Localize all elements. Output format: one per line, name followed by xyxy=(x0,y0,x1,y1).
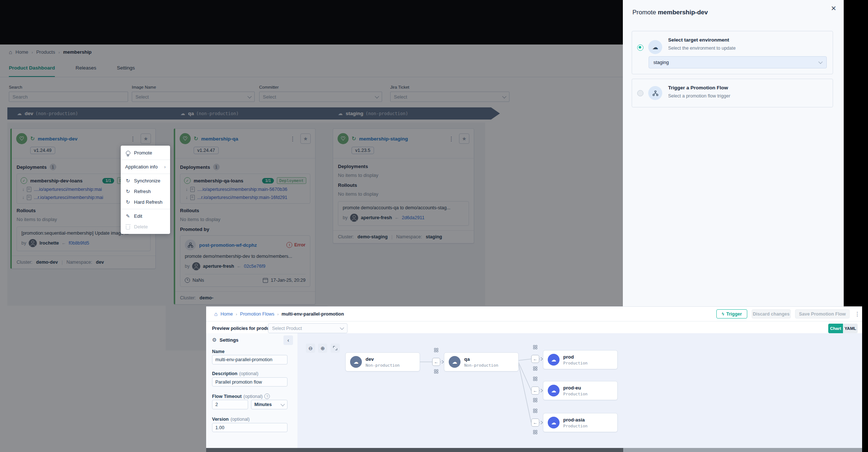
target-environment-select[interactable]: staging xyxy=(649,56,827,68)
menu-item-promote[interactable]: Promote xyxy=(121,147,170,158)
edge-policy-button-dev-qa[interactable] xyxy=(432,358,440,366)
trigger-label: Trigger xyxy=(726,312,742,317)
collapse-settings-button[interactable]: ‹ xyxy=(283,335,293,345)
pre-workflow-gate-icon[interactable] xyxy=(533,376,538,381)
select-product-placeholder: Select Product xyxy=(272,326,302,331)
toggle-chart[interactable]: Chart xyxy=(828,324,843,333)
app-context-menu: Promote Application info › Synchronize R… xyxy=(121,146,170,234)
option-subtitle: Select the environment to update xyxy=(668,46,735,51)
timeout-value-input[interactable] xyxy=(212,400,248,409)
radio-selected[interactable] xyxy=(637,45,643,51)
breadcrumb-home[interactable]: Home xyxy=(220,312,233,317)
version-input[interactable] xyxy=(212,423,287,432)
node-type: Production xyxy=(563,392,588,396)
version-label: Version (optional) xyxy=(212,417,250,422)
edge-policy-button-qa-prod-eu[interactable] xyxy=(531,387,539,395)
option-subtitle: Select a promotion flow trigger xyxy=(668,93,730,99)
menu-label: Application info xyxy=(125,164,158,170)
help-icon[interactable] xyxy=(264,394,270,399)
description-label: Description (optional) xyxy=(212,371,258,376)
menu-divider xyxy=(121,174,170,174)
save-promotion-flow-button[interactable]: Save Promotion Flow xyxy=(795,309,850,318)
toggle-yaml[interactable]: YAML xyxy=(843,324,858,333)
flow-settings-panel: Settings ‹ Name Description (optional) F… xyxy=(206,333,298,448)
post-workflow-gate-icon[interactable] xyxy=(533,430,538,435)
close-icon[interactable] xyxy=(831,5,836,12)
home-icon xyxy=(214,311,218,317)
edge-policy-button-qa-prod[interactable] xyxy=(531,355,539,363)
flow-breadcrumb: Home › Promotion Flows › multi-env-paral… xyxy=(214,307,344,321)
menu-label: Hard Refresh xyxy=(134,199,162,205)
pre-workflow-gate-icon[interactable] xyxy=(533,408,538,413)
synchronize-icon xyxy=(125,178,131,184)
timeout-unit-value: Minutes xyxy=(254,402,272,407)
flow-node-prod-eu[interactable]: prod-eu Production xyxy=(543,381,618,400)
menu-item-refresh[interactable]: Refresh xyxy=(121,186,170,197)
menu-item-application-info[interactable]: Application info › xyxy=(121,161,170,172)
flow-node-dev[interactable]: dev Non-production xyxy=(345,352,420,371)
chevron-down-icon xyxy=(818,60,822,64)
settings-title: Settings xyxy=(220,337,239,343)
option-title: Select target environment xyxy=(668,37,735,43)
submenu-chevron-icon: › xyxy=(164,164,166,170)
radio-unselected[interactable] xyxy=(637,90,643,96)
screen: Home › Products › membership Product Das… xyxy=(0,0,868,452)
menu-label: Promote xyxy=(134,150,152,156)
menu-item-delete: Delete xyxy=(121,221,170,232)
node-name: prod xyxy=(563,354,588,360)
promote-panel-title: Promote membership-dev xyxy=(632,9,708,16)
title-action: Promote xyxy=(632,9,656,16)
chevron-right-icon: › xyxy=(277,312,279,316)
node-type: Production xyxy=(563,361,588,366)
pre-workflow-gate-icon[interactable] xyxy=(533,345,538,350)
lightning-icon xyxy=(722,312,724,317)
breadcrumb-promotion-flows[interactable]: Promotion Flows xyxy=(240,312,274,317)
menu-divider xyxy=(121,209,170,209)
refresh-icon xyxy=(125,189,131,194)
menu-divider xyxy=(121,160,170,160)
flow-node-prod[interactable]: prod Production xyxy=(543,350,618,369)
title-target-app: membership-dev xyxy=(658,9,708,16)
node-name: prod-asia xyxy=(563,417,588,423)
node-name: qa xyxy=(464,356,498,362)
chevron-right-icon: › xyxy=(236,312,237,316)
flow-kebab-menu-button[interactable] xyxy=(853,309,861,318)
post-workflow-gate-icon[interactable] xyxy=(533,398,538,403)
trigger-button[interactable]: Trigger xyxy=(716,309,747,318)
post-workflow-gate-icon[interactable] xyxy=(434,369,439,374)
post-workflow-gate-icon[interactable] xyxy=(533,366,538,371)
menu-item-synchronize[interactable]: Synchronize xyxy=(121,175,170,186)
selected-environment: staging xyxy=(653,60,669,65)
header-divider xyxy=(206,321,862,321)
cloud-icon xyxy=(548,385,560,396)
menu-item-edit[interactable]: Edit xyxy=(121,211,170,221)
edge-policy-button-qa-prod-asia[interactable] xyxy=(531,419,539,427)
flow-node-qa[interactable]: qa Non-production xyxy=(444,352,519,371)
promote-balloon-icon xyxy=(125,151,131,155)
timeout-unit-select[interactable]: Minutes xyxy=(251,400,287,409)
edit-pencil-icon xyxy=(125,213,131,219)
flow-diagram-canvas[interactable]: dev Non-production qa Non-production pro… xyxy=(297,333,862,448)
pre-workflow-gate-icon[interactable] xyxy=(434,348,439,353)
promotion-flow-editor-panel: Home › Promotion Flows › multi-env-paral… xyxy=(206,306,862,452)
view-toggle: Chart YAML xyxy=(828,324,858,333)
node-type: Non-production xyxy=(366,363,400,368)
select-product-dropdown[interactable]: Select Product xyxy=(268,323,347,333)
trash-icon xyxy=(125,224,131,229)
option-trigger-promotion-flow[interactable]: Trigger a Promotion Flow Select a promot… xyxy=(632,79,833,107)
flow-name-input[interactable] xyxy=(212,355,287,364)
flow-node-prod-asia[interactable]: prod-asia Production xyxy=(543,413,618,432)
discard-changes-button[interactable]: Discard changes xyxy=(752,309,791,318)
menu-label: Edit xyxy=(134,213,142,219)
horizontal-scrollbar[interactable] xyxy=(206,448,862,452)
gear-icon xyxy=(212,337,217,343)
option-select-target-environment[interactable]: Select target environment Select the env… xyxy=(632,31,833,74)
cloud-icon xyxy=(350,356,362,368)
node-type: Production xyxy=(563,424,588,428)
menu-item-hard-refresh[interactable]: Hard Refresh xyxy=(121,197,170,207)
cloud-upload-icon xyxy=(648,40,662,54)
cloud-icon xyxy=(449,356,461,368)
scrollbar-thumb[interactable] xyxy=(206,448,623,452)
flow-description-input[interactable] xyxy=(212,377,287,387)
name-label: Name xyxy=(212,349,225,354)
